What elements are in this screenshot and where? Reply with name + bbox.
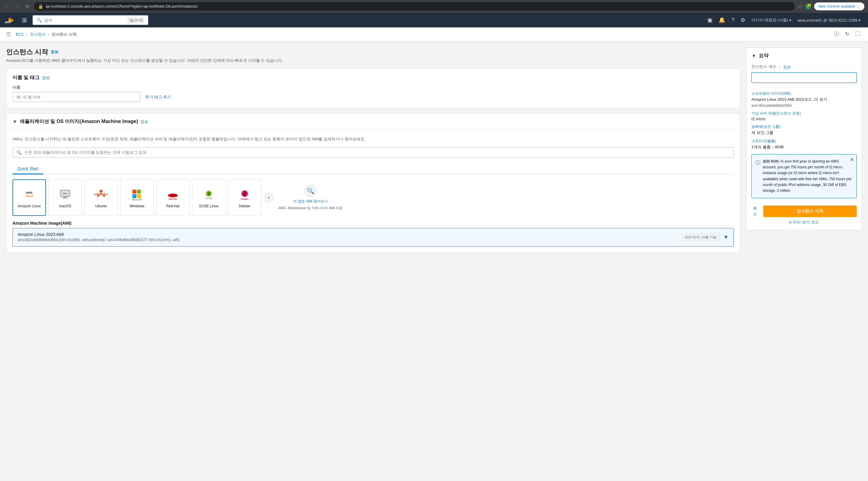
ami-panel: ▼ 애플리케이션 및 OS 이미지(Amazon Machine Image) …: [6, 113, 740, 253]
global-search-bar[interactable]: 🔍 [옵션+S]: [33, 15, 148, 25]
name-tag-title: 이름 및 태그: [12, 74, 39, 81]
summary-collapse-icon[interactable]: ▼: [751, 53, 756, 59]
svg-rect-17: [132, 190, 136, 193]
amazon-linux-label: Amazon Linux: [18, 204, 41, 208]
extensions-icon[interactable]: 🧩: [805, 3, 812, 10]
redhat-icon: Red Hat: [165, 187, 180, 202]
summary-server-type-section: 가상 서버 유형(인스턴스 유형) t2.micro: [751, 111, 857, 121]
browser-chrome: ← → ↻ 🔒 ap-northeast-2.console.aws.amazo…: [0, 0, 868, 13]
breadcrumb-current: 인스턴스 시작: [52, 32, 77, 37]
breadcrumb-bar: ☰ EC2 › 인스턴스 › 인스턴스 시작 ⓘ ↻ ⛶: [0, 27, 868, 41]
ami-panel-title: 애플리케이션 및 OS 이미지(Amazon Machine Image): [20, 118, 138, 125]
summary-divider-1: [751, 87, 857, 87]
instance-count-input[interactable]: 1: [751, 72, 857, 83]
breadcrumb-sep-1: ›: [26, 32, 27, 36]
cancel-button[interactable]: 취소: [751, 206, 758, 217]
free-tier-box-title: 프리 티어:: [763, 159, 779, 163]
suse-label: SUSE Linux: [199, 204, 219, 208]
svg-text:Mac: Mac: [63, 192, 67, 195]
breadcrumb-sep-2: ›: [48, 32, 49, 36]
aws-topnav: aws ⊞ 🔍 [옵션+S] ▣ 🔔 ? ⚙ 아시아 태평양 (서울) ▾ aw…: [0, 13, 868, 27]
name-input[interactable]: [12, 92, 140, 102]
ami-expand-icon[interactable]: ▼: [723, 234, 728, 241]
more-ami-button[interactable]: 🔍 더 많은 AMI 찾아보기 AWS, Marketplace 및 커뮤니티의…: [278, 185, 342, 210]
help-icon[interactable]: ?: [729, 15, 737, 25]
summary-firewall-section: 방화벽(보안 그룹) 새 보안 그룹: [751, 124, 857, 136]
bell-icon[interactable]: 🔔: [716, 15, 728, 25]
preview-icon: ⎘: [789, 220, 792, 225]
new-chrome-badge[interactable]: New Chrome available ⋮: [814, 2, 864, 10]
account-menu[interactable]: awsLecture01 @ 3812-8221-2299 ▾: [795, 16, 863, 24]
settings-icon[interactable]: ⚙: [738, 15, 748, 25]
os-card-debian[interactable]: debian Debian: [228, 179, 261, 216]
ami-result-card: Amazon Linux 2023 AMI ami-062cddb9d94dcf…: [12, 228, 734, 247]
os-card-windows[interactable]: Microsoft Windows: [120, 179, 154, 216]
free-tier-box-content: ⓘ 프리 티어: In your first year of opening a…: [755, 159, 852, 193]
debian-label: Debian: [239, 204, 250, 208]
breadcrumb-instances[interactable]: 인스턴스: [30, 32, 45, 37]
svg-point-26: [168, 194, 177, 197]
hamburger-menu[interactable]: ☰: [6, 31, 11, 38]
url-bar[interactable]: 🔒 ap-northeast-2.console.aws.amazon.com/…: [34, 2, 795, 11]
info-circle-icon[interactable]: ⓘ: [832, 30, 841, 38]
ami-search-bar[interactable]: 🔍: [12, 147, 734, 158]
os-card-redhat[interactable]: Red Hat Red Hat: [156, 179, 190, 216]
summary-server-type-label[interactable]: 가상 서버 유형(인스턴스 유형): [751, 111, 857, 116]
aws-logo[interactable]: aws: [5, 17, 17, 24]
breadcrumb-ec2[interactable]: EC2: [16, 32, 24, 36]
free-tier-close-button[interactable]: ✕: [850, 157, 854, 162]
bookmark-icon[interactable]: ☆: [798, 3, 803, 10]
ami-info-link[interactable]: 정보: [140, 119, 148, 124]
ami-collapse-icon[interactable]: ▼: [12, 119, 17, 124]
free-tier-info-icon: ⓘ: [755, 159, 760, 167]
os-card-ubuntu[interactable]: ubuntu Ubuntu: [84, 179, 118, 216]
ubuntu-icon: ubuntu: [94, 187, 108, 202]
page-title-info-link[interactable]: 정보: [51, 49, 58, 55]
back-button[interactable]: ←: [4, 2, 11, 10]
summary-storage-section: 스토리지(볼륨) 1개의 볼륨 – 8GiB: [751, 139, 857, 150]
region-selector[interactable]: 아시아 태평양 (서울) ▾: [749, 16, 794, 25]
name-tag-info-link[interactable]: 정보: [42, 75, 50, 81]
refresh-icon[interactable]: ↻: [843, 30, 851, 38]
os-card-suse[interactable]: SUSE SUSE Linux: [192, 179, 225, 216]
carousel-next-button[interactable]: ›: [264, 193, 274, 203]
main-layout: 인스턴스 시작 정보 Amazon EC2를 사용하면 AWS 클라우드에서 실…: [0, 41, 868, 481]
windows-label: Windows: [130, 204, 145, 208]
ami-result-section: Amazon Machine Image(AMI) Amazon Linux 2…: [12, 221, 734, 247]
svg-point-11: [99, 190, 102, 193]
ami-result-actions: 프리 티어 사용 가능 ▼: [682, 234, 728, 241]
search-icon: 🔍: [36, 18, 42, 23]
free-tier-badge: 프리 티어 사용 가능: [682, 234, 719, 241]
launch-button[interactable]: 인스턴스 시작: [763, 206, 857, 217]
global-search-input[interactable]: [44, 18, 125, 23]
macos-icon: Mac: [58, 187, 72, 202]
windows-icon: Microsoft: [130, 187, 144, 202]
summary-storage-label[interactable]: 스토리지(볼륨): [751, 139, 857, 144]
ubuntu-label: Ubuntu: [95, 204, 107, 208]
tab-quickstart[interactable]: Quick Start: [12, 164, 43, 175]
summary-firewall-value: 새 보안 그룹: [751, 130, 857, 136]
svg-text:debian: debian: [241, 198, 249, 200]
preview-code-button[interactable]: ⎘ 미리 보기 코드: [751, 219, 857, 225]
add-tag-link[interactable]: 추가 태그 추가: [145, 94, 171, 100]
svg-text:aws: aws: [5, 21, 11, 24]
apps-grid-icon[interactable]: ⊞: [20, 17, 29, 24]
summary-bottom-actions: 취소 인스턴스 시작 ⎘ 미리 보기 코드: [751, 203, 857, 225]
ami-search-input[interactable]: [24, 150, 730, 155]
instance-count-info-link[interactable]: 정보: [783, 64, 791, 70]
summary-ami-id: ami-062cddb9d94dcf95d: [751, 103, 857, 108]
breadcrumb-right-icons: ⓘ ↻ ⛶: [832, 30, 862, 38]
forward-button[interactable]: →: [14, 2, 21, 10]
summary-firewall-label[interactable]: 방화벽(보안 그룹): [751, 124, 857, 129]
terminal-icon[interactable]: ▣: [705, 15, 715, 25]
os-card-macos[interactable]: Mac macOS: [49, 179, 82, 216]
fullscreen-icon[interactable]: ⛶: [854, 30, 862, 38]
reload-button[interactable]: ↻: [24, 2, 31, 11]
ami-search-icon: 🔍: [17, 150, 22, 155]
ami-panel-body: AMI는 인스턴스를 시작하는 데 필요한 소프트웨어 구성(운영 체제, 애플…: [6, 130, 740, 253]
page-title-section: 인스턴스 시작 정보 Amazon EC2를 사용하면 AWS 클라우드에서 실…: [6, 48, 740, 63]
os-card-amazon-linux[interactable]: aws Amazon Linux: [12, 179, 46, 216]
summary-ami-label[interactable]: 소프트웨어 이미지(AMI): [751, 91, 857, 96]
main-content: 인스턴스 시작 정보 Amazon EC2를 사용하면 AWS 클라우드에서 실…: [6, 48, 746, 481]
browser-actions: ☆ 🧩 New Chrome available ⋮: [798, 2, 864, 10]
